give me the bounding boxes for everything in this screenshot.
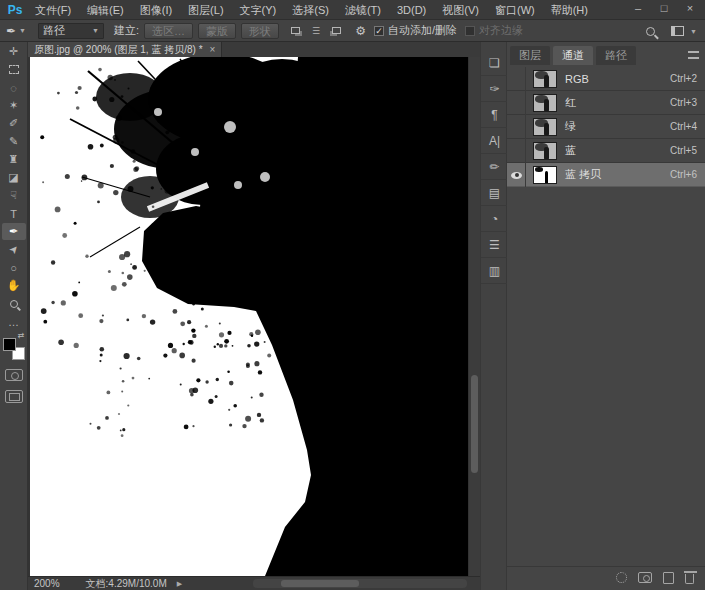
screen-mode-button[interactable]: [5, 390, 23, 403]
menu-item-2[interactable]: 图像(I): [132, 0, 180, 20]
type-tool[interactable]: T: [2, 205, 26, 222]
document-size-readout: 文档:4.29M/10.0M: [86, 577, 167, 590]
menu-item-1[interactable]: 编辑(E): [79, 0, 132, 20]
paragraph-panel-icon[interactable]: ¶: [481, 102, 508, 128]
styles-panel-icon[interactable]: ✑: [481, 76, 508, 102]
clone-stamp-tool[interactable]: ♜: [2, 151, 26, 168]
properties-panel-icon[interactable]: ▥: [481, 258, 508, 284]
visibility-toggle[interactable]: [507, 91, 526, 115]
close-tab-icon[interactable]: ×: [210, 42, 216, 57]
chevron-down-icon: ▼: [19, 27, 26, 34]
visibility-toggle[interactable]: [507, 139, 526, 163]
menu-item-5[interactable]: 选择(S): [284, 0, 337, 20]
tool-options-bar: ✒ ▼ 路径 ▼ 建立: 选区… 蒙版 形状 ☰ ⚙ ✓ 自动添加/删除 ✓ 对…: [0, 20, 705, 42]
quick-selection-tool[interactable]: ✶: [2, 97, 26, 114]
menu-item-3[interactable]: 图层(L): [180, 0, 231, 20]
channel-thumbnail: [533, 118, 557, 136]
minimize-button[interactable]: –: [625, 0, 651, 18]
photoshop-window: Ps 文件(F)编辑(E)图像(I)图层(L)文字(Y)选择(S)滤镜(T)3D…: [0, 0, 705, 590]
align-edges-label: 对齐边缘: [479, 23, 523, 38]
delete-channel-icon[interactable]: [685, 574, 694, 584]
healing-brush-tool[interactable]: ✐: [2, 115, 26, 132]
document-tab[interactable]: 原图.jpg @ 200% (图层 1, 蓝 拷贝/8) * ×: [28, 42, 222, 57]
more-tools[interactable]: …: [2, 313, 26, 330]
color-swatches: ⇄: [3, 338, 25, 360]
swap-colors-icon[interactable]: ⇄: [18, 331, 25, 340]
channel-list: RGBCtrl+2红Ctrl+3绿Ctrl+4蓝Ctrl+5蓝 拷贝Ctrl+6: [507, 67, 705, 187]
foreground-color-swatch[interactable]: [3, 338, 16, 351]
channel-row-1[interactable]: 红Ctrl+3: [507, 91, 705, 115]
channel-shortcut: Ctrl+2: [670, 73, 697, 84]
lasso-tool[interactable]: ◌: [2, 79, 26, 96]
info-panel-icon[interactable]: ▤: [481, 180, 508, 206]
channel-name: 红: [565, 95, 670, 110]
brush-tool[interactable]: ✎: [2, 133, 26, 150]
adjustments-panel-icon[interactable]: ☰: [481, 232, 508, 258]
channel-thumbnail: [533, 94, 557, 112]
path-operations-icon[interactable]: [291, 27, 300, 34]
path-alignment-icon[interactable]: ☰: [312, 26, 320, 36]
menu-item-8[interactable]: 视图(V): [434, 0, 487, 20]
make-mask-button[interactable]: 蒙版: [198, 23, 236, 39]
visibility-toggle[interactable]: [507, 67, 526, 91]
new-channel-icon[interactable]: [663, 572, 674, 584]
hand-tool[interactable]: ✋: [2, 277, 26, 294]
menu-bar: 文件(F)编辑(E)图像(I)图层(L)文字(Y)选择(S)滤镜(T)3D(D)…: [27, 0, 596, 20]
search-icon[interactable]: [646, 27, 655, 36]
maximize-button[interactable]: □: [651, 0, 677, 18]
channel-row-4[interactable]: 蓝 拷贝Ctrl+6: [507, 163, 705, 187]
channel-thumbnail: [533, 142, 557, 160]
document-status-bar: 200% 文档:4.29M/10.0M ▶: [28, 576, 480, 590]
status-flyout-arrow-icon[interactable]: ▶: [177, 580, 182, 588]
vertical-scrollbar-thumb[interactable]: [471, 375, 478, 473]
quick-mask-button[interactable]: [5, 369, 23, 381]
menu-item-4[interactable]: 文字(Y): [232, 0, 285, 20]
panel-menu-icon[interactable]: [688, 51, 699, 59]
window-controls: – □ ×: [625, 0, 703, 18]
channel-row-3[interactable]: 蓝Ctrl+5: [507, 139, 705, 163]
zoom-tool[interactable]: [2, 295, 26, 312]
visibility-toggle[interactable]: [507, 163, 526, 187]
make-label: 建立:: [114, 23, 139, 38]
save-selection-as-channel-icon[interactable]: [638, 572, 652, 583]
panel-tab-通道[interactable]: 通道: [553, 46, 593, 65]
auto-add-delete-checkbox[interactable]: ✓: [374, 26, 384, 36]
clone-source-panel-icon[interactable]: ❏: [481, 50, 508, 76]
align-edges-checkbox: ✓: [465, 26, 475, 36]
chevron-down-icon[interactable]: ▼: [690, 28, 697, 35]
panel-tab-图层[interactable]: 图层: [510, 46, 550, 65]
vertical-scrollbar[interactable]: [469, 57, 480, 576]
horizontal-scrollbar-thumb[interactable]: [281, 580, 359, 587]
canvas[interactable]: [30, 57, 468, 576]
brush-panel-icon[interactable]: ✏: [481, 154, 508, 180]
make-shape-button[interactable]: 形状: [241, 23, 279, 39]
path-arrangement-icon[interactable]: [332, 27, 341, 34]
move-tool[interactable]: ✛: [2, 43, 26, 60]
channel-row-2[interactable]: 绿Ctrl+4: [507, 115, 705, 139]
menu-item-7[interactable]: 3D(D): [389, 0, 434, 20]
histogram-panel-icon[interactable]: ◔: [481, 206, 508, 232]
workspace-switcher-icon[interactable]: [671, 26, 684, 36]
close-button[interactable]: ×: [677, 0, 703, 18]
gear-icon[interactable]: ⚙: [355, 24, 366, 38]
menu-item-9[interactable]: 窗口(W): [487, 0, 543, 20]
tools-panel: ✛◌✶✐✎♜◪☟T✒➤○✋… ⇄: [0, 42, 28, 590]
panel-tab-路径[interactable]: 路径: [596, 46, 636, 65]
menu-item-0[interactable]: 文件(F): [27, 0, 79, 20]
tool-preset-picker[interactable]: ✒ ▼: [6, 24, 26, 38]
marquee-tool[interactable]: [2, 61, 26, 78]
zoom-level-field[interactable]: 200%: [34, 578, 60, 589]
visibility-toggle[interactable]: [507, 115, 526, 139]
photoshop-logo: Ps: [3, 2, 27, 18]
tool-mode-dropdown[interactable]: 路径 ▼: [38, 23, 104, 39]
eraser-tool[interactable]: ◪: [2, 169, 26, 186]
channel-row-0[interactable]: RGBCtrl+2: [507, 67, 705, 91]
horizontal-scrollbar[interactable]: [253, 579, 467, 588]
panel-bottom-buttons: [507, 566, 705, 588]
menu-item-10[interactable]: 帮助(H): [543, 0, 596, 20]
character-panel-icon[interactable]: A|: [481, 128, 508, 154]
load-channel-as-selection-icon[interactable]: [616, 572, 627, 583]
menu-item-6[interactable]: 滤镜(T): [337, 0, 389, 20]
smudge-tool[interactable]: ☟: [2, 187, 26, 204]
make-selection-button[interactable]: 选区…: [144, 23, 193, 39]
